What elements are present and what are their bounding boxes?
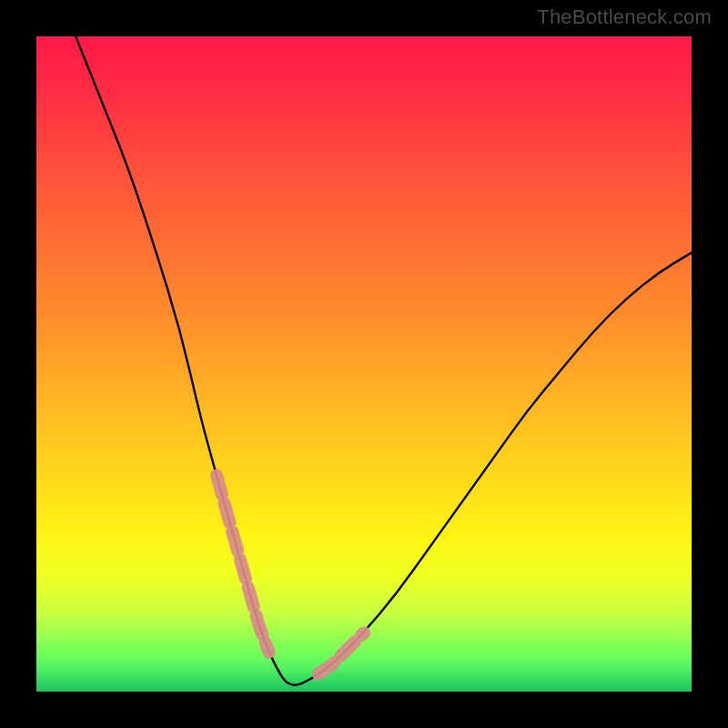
chart-frame: TheBottleneck.com (0, 0, 728, 728)
bottleneck-curve (76, 36, 692, 685)
right-highlight-segment (318, 632, 364, 674)
watermark-text: TheBottleneck.com (537, 5, 712, 29)
curve-layer (36, 36, 692, 692)
left-highlight-segment (217, 475, 269, 652)
plot-area (36, 36, 692, 692)
